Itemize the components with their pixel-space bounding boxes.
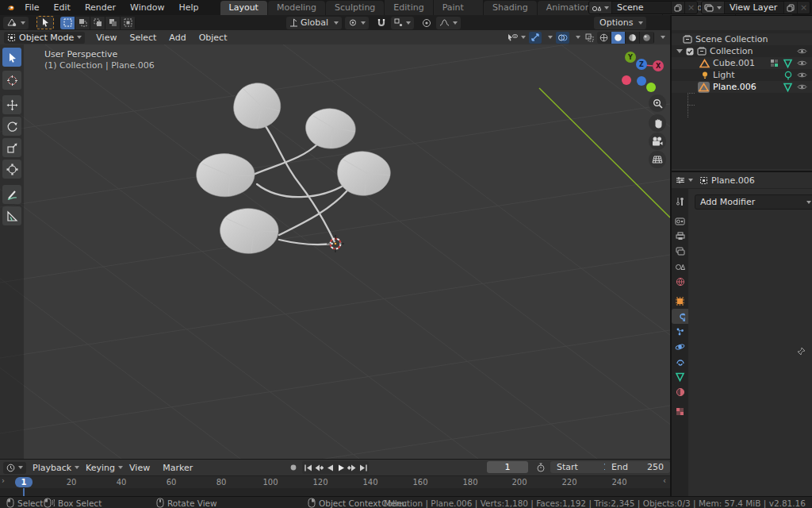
mesh-data-icon[interactable]: [783, 83, 793, 92]
tab-render[interactable]: [672, 214, 688, 229]
navigation-gizmo[interactable]: Y Z X: [622, 52, 664, 92]
timeline-ruler[interactable]: 20 40 60 80 100 120 140 160 180 200 220 …: [0, 475, 670, 489]
eye-visible-icon[interactable]: [797, 60, 807, 67]
scene-name[interactable]: Scene: [612, 2, 671, 13]
tool-move[interactable]: [2, 95, 21, 114]
workspace-tab-modeling[interactable]: Modeling: [268, 1, 325, 15]
editor-type-button[interactable]: [3, 17, 29, 29]
menu-file[interactable]: File: [17, 2, 46, 13]
auto-keying-toggle[interactable]: [288, 461, 299, 474]
menu-help[interactable]: Help: [171, 2, 205, 13]
viewport-menu-select[interactable]: Select: [123, 33, 163, 43]
viewport-canvas[interactable]: Y Z X: [0, 44, 670, 459]
proportional-falloff-dropdown[interactable]: [436, 17, 461, 29]
scene-browse-button[interactable]: [589, 2, 612, 13]
mode-dropdown[interactable]: Object Mode: [4, 32, 85, 44]
menu-window[interactable]: Window: [123, 2, 171, 13]
gizmos-toggle[interactable]: [529, 32, 542, 44]
tool-scale[interactable]: [2, 138, 21, 157]
tab-object[interactable]: [672, 294, 688, 309]
timeline-menu-marker[interactable]: Marker: [156, 463, 199, 473]
jump-to-start-button[interactable]: [302, 461, 313, 474]
timeline-editor-type-button[interactable]: [3, 462, 26, 474]
object-visibility-dropdown[interactable]: [506, 32, 527, 44]
light-data-icon[interactable]: [783, 71, 793, 80]
region-toggle-right-icon[interactable]: ‹: [663, 476, 666, 485]
active-tool-indicator[interactable]: [36, 16, 54, 29]
shading-rendered[interactable]: [640, 32, 654, 44]
tab-scene[interactable]: [672, 259, 688, 274]
rock-mid-left[interactable]: [197, 154, 255, 197]
eye-visible-icon[interactable]: [797, 48, 807, 55]
select-mode-set[interactable]: [60, 17, 75, 29]
tool-rotate[interactable]: [2, 117, 21, 136]
tab-particles[interactable]: [672, 324, 688, 339]
rock-bottom-left[interactable]: [220, 209, 279, 254]
tab-tool[interactable]: [672, 194, 688, 209]
camera-view-button[interactable]: [649, 133, 666, 150]
tab-world[interactable]: [672, 274, 688, 289]
eye-visible-icon[interactable]: [797, 83, 807, 90]
pan-button[interactable]: [649, 114, 666, 132]
outliner-row-plane-006[interactable]: Plane.006: [672, 81, 812, 93]
checkbox-checked-icon[interactable]: [686, 48, 694, 56]
shading-solid[interactable]: [611, 32, 626, 44]
view-layer-browse-button[interactable]: [702, 2, 725, 13]
snap-toggle-button[interactable]: [375, 17, 388, 29]
tool-select-box[interactable]: [2, 48, 21, 67]
tab-material[interactable]: [672, 384, 688, 399]
tab-output[interactable]: [672, 229, 688, 244]
viewport-menu-object[interactable]: Object: [193, 33, 234, 43]
new-view-layer-button[interactable]: [783, 2, 797, 13]
outliner-row-scene-collection[interactable]: Scene Collection: [672, 33, 812, 45]
options-dropdown[interactable]: Options: [594, 17, 646, 29]
next-keyframe-button[interactable]: [347, 461, 358, 474]
tab-object-data[interactable]: [672, 369, 688, 384]
pivot-point-dropdown[interactable]: [345, 17, 369, 29]
snap-target-dropdown[interactable]: [391, 17, 414, 29]
proportional-editing-toggle[interactable]: [420, 17, 433, 29]
properties-editor-type-button[interactable]: [674, 175, 695, 187]
tool-cursor[interactable]: [2, 71, 21, 90]
new-scene-button[interactable]: [671, 2, 684, 13]
eye-visible-icon[interactable]: [797, 71, 807, 79]
tab-modifiers[interactable]: [672, 309, 688, 324]
unlink-scene-button[interactable]: ×: [684, 2, 697, 13]
region-toggle-left-icon[interactable]: ›: [2, 476, 5, 485]
axis-ball-neg-x[interactable]: [622, 75, 631, 85]
select-mode-subtract[interactable]: [90, 17, 105, 29]
frame-end-field[interactable]: End 250: [605, 461, 670, 473]
jump-to-end-button[interactable]: [358, 461, 369, 474]
perspective-toggle-button[interactable]: [649, 151, 666, 168]
rock-top-right[interactable]: [306, 109, 356, 148]
pin-icon[interactable]: [797, 347, 806, 356]
overlays-toggle[interactable]: [556, 32, 569, 44]
menu-edit[interactable]: Edit: [47, 2, 78, 13]
tab-physics[interactable]: [672, 339, 688, 354]
overlays-dropdown[interactable]: [571, 32, 582, 44]
select-mode-invert[interactable]: [105, 17, 121, 29]
shading-wireframe[interactable]: [597, 32, 611, 44]
axis-ball-neg-y[interactable]: [646, 83, 656, 92]
panel-divider[interactable]: [670, 15, 672, 496]
viewport-menu-add[interactable]: Add: [163, 33, 192, 43]
timeline-menu-keying[interactable]: Keying: [79, 463, 121, 473]
tool-annotate[interactable]: [2, 185, 21, 204]
outliner-row-cube-001[interactable]: Cube.001: [672, 57, 812, 69]
workspace-tab-shading[interactable]: Shading: [484, 1, 537, 15]
modifier-badge-icon[interactable]: [770, 59, 779, 67]
mesh-data-icon[interactable]: [783, 59, 793, 68]
rock-top-left[interactable]: [234, 83, 281, 129]
transform-orientation-dropdown[interactable]: Global: [286, 17, 342, 29]
zoom-button[interactable]: [649, 94, 666, 112]
viewport-3d[interactable]: Y Z X User Perspective (1) Collection | …: [0, 44, 670, 459]
play-button[interactable]: [335, 461, 347, 474]
add-modifier-dropdown[interactable]: Add Modifier: [695, 194, 812, 210]
viewport-menu-view[interactable]: View: [90, 33, 123, 43]
tool-transform[interactable]: [2, 160, 21, 179]
xray-toggle[interactable]: [584, 32, 596, 44]
tab-view-layer[interactable]: [672, 244, 688, 259]
select-mode-extend[interactable]: [75, 17, 90, 29]
timeline-menu-view[interactable]: View: [123, 463, 156, 473]
workspace-tab-layout[interactable]: Layout: [220, 1, 267, 15]
